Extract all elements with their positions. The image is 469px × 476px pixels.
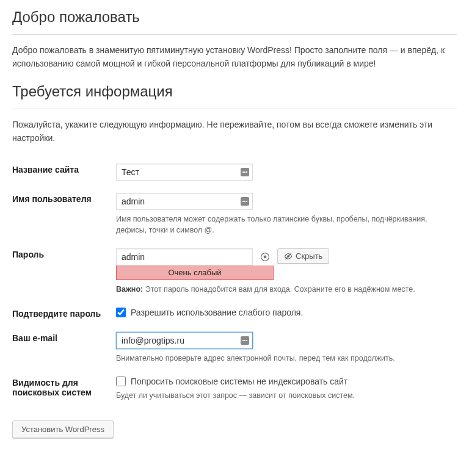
email-label: Ваш e-mail [12, 326, 116, 370]
password-hint: Важно: Этот пароль понадобится вам для в… [116, 284, 457, 295]
svg-point-0 [261, 253, 269, 261]
info-text: Пожалуйста, укажите следующую информацию… [12, 118, 457, 145]
visibility-hint: Будет ли учитываться этот запрос — завис… [116, 390, 457, 402]
password-label: Пароль [12, 242, 116, 301]
username-label: Имя пользователя [12, 187, 116, 243]
email-input[interactable] [116, 332, 253, 349]
welcome-heading: Добро пожаловать [12, 9, 457, 35]
visibility-label: Видимость для поисковых систем [12, 370, 116, 408]
username-input[interactable] [116, 193, 253, 210]
password-input[interactable] [116, 248, 253, 265]
email-hint: Внимательно проверьте адрес электронной … [116, 353, 457, 364]
svg-point-1 [264, 256, 267, 259]
welcome-text: Добро пожаловать в знаменитую пятиминутн… [12, 43, 457, 71]
install-wordpress-button[interactable]: Установить WordPress [12, 420, 114, 438]
info-heading: Требуется информация [12, 83, 457, 109]
install-form: Название сайта ••• Имя пользователя ••• … [12, 157, 457, 408]
password-strength: Очень слабый [116, 265, 274, 280]
weak-password-label: Разрешить использование слабого пароля. [131, 308, 303, 317]
site-title-input[interactable] [116, 164, 253, 181]
confirm-password-label: Подтвердите пароль [12, 301, 116, 326]
hide-button-label: Скрыть [296, 251, 322, 261]
hide-password-button[interactable]: Скрыть [277, 248, 329, 264]
noindex-checkbox[interactable] [116, 377, 126, 386]
site-title-label: Название сайта [12, 157, 116, 187]
username-hint: Имя пользователя может содержать только … [116, 214, 457, 237]
weak-password-checkbox[interactable] [116, 308, 126, 317]
eye-slash-icon [284, 252, 293, 261]
noindex-label: Попросить поисковые системы не индексиро… [131, 377, 347, 386]
generate-password-icon [260, 252, 270, 262]
